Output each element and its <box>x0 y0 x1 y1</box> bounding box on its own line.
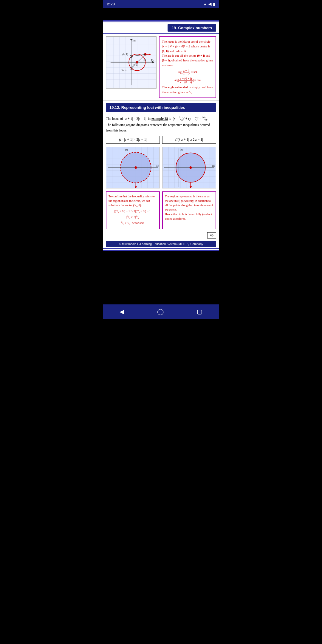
top-spacer <box>103 8 219 20</box>
info-box2-text2: Hence the circle is drawn fully (and not… <box>165 213 212 220</box>
status-icons: ▲ ◀ ▮ <box>203 2 215 6</box>
locus-text-block: The locus of |z + 1| = 2|z − 1| in examp… <box>103 114 219 134</box>
locus-info-box: The locus is the Major arc of the circle… <box>159 36 216 98</box>
ineq1-label: (i) |z + 1| > 2|z − 1| <box>106 136 160 144</box>
section-header: 19.12. Representing loci with inequaliti… <box>106 103 216 112</box>
diagram-1: Re Im <box>106 147 160 188</box>
back-button[interactable]: ◀ <box>120 308 124 315</box>
svg-text:Re: Re <box>212 164 215 167</box>
svg-text:(0,−1): (0,−1) <box>121 68 127 71</box>
info-box1-text: To confirm that the inequality refers to… <box>109 195 155 207</box>
status-bar: 2:23 ▲ ◀ ▮ <box>103 0 219 8</box>
diagrams-row: Re Im <box>103 145 219 190</box>
locus-text2: The arc is cut off the points (0 + i) an… <box>162 54 213 67</box>
info-box-2: The region represented is the same as th… <box>162 191 216 229</box>
svg-text:Re: Re <box>156 164 159 167</box>
info-box1-line1: |(5/3 + 0i) + 1| > 2|(5/3 + 0i) − 1| <box>109 209 157 214</box>
nav-bar: 19. Complex numbers <box>103 22 219 34</box>
recents-button[interactable]: ▢ <box>197 308 202 315</box>
svg-text:Im: Im <box>180 148 183 151</box>
info-box1-line3: 8/3 > 4/3 hence true <box>109 221 157 226</box>
info-box-1: To confirm that the inequality refers to… <box>106 191 160 229</box>
inequalities-row: (i) |z + 1| > 2|z − 1| (ii) |z + 1| ≥ 2|… <box>103 134 219 145</box>
copyright-bar: © Multimedia E-Learning Education System… <box>106 241 216 247</box>
signal-icon: ◀ <box>208 2 211 6</box>
time: 2:23 <box>107 2 115 6</box>
svg-text:Re: Re <box>151 59 154 62</box>
arg-eq1: arg[z + iz − i] = π/4 <box>162 69 213 76</box>
locus-line1: The locus of |z + 1| = 2|z − 1| in examp… <box>106 117 208 120</box>
info-box2-text1: The region represented is the same as th… <box>165 195 213 211</box>
locus-line2: The following argand diagrams represent … <box>106 123 210 132</box>
svg-point-52 <box>134 166 137 169</box>
circle-diagram: Re Im (0, 1) (0,−1) (1, 0) <box>106 36 157 89</box>
locus-text3: The angle subtended is simply read from … <box>162 85 213 95</box>
svg-text:(0, 1): (0, 1) <box>122 53 128 56</box>
chapter-label: 19. Complex numbers <box>168 24 216 32</box>
ineq2-label: (ii) |z + 1| ≥ 2|z − 1| <box>162 136 216 144</box>
battery-icon: ▮ <box>213 2 215 6</box>
home-button[interactable]: ◯ <box>157 308 164 315</box>
locus-text1: The locus is the Major arc of the circle… <box>162 40 210 53</box>
info-boxes-row: To confirm that the inequality refers to… <box>103 190 219 231</box>
svg-point-75 <box>189 166 192 169</box>
svg-text:π/4: π/4 <box>143 59 146 61</box>
bottom-spacer <box>103 251 219 304</box>
svg-text:(1, 0): (1, 0) <box>133 64 138 67</box>
svg-text:Im: Im <box>125 148 128 151</box>
content-area: 19. Complex numbers <box>103 20 219 251</box>
diagram-section: Re Im (0, 1) (0,−1) (1, 0) <box>103 34 219 101</box>
svg-text:Im: Im <box>132 39 136 42</box>
page-number: 45 <box>207 232 216 239</box>
sim-icon: ▲ <box>203 2 207 6</box>
arg-eq2: arg[z + (0 + i)z + (0 − i)] = π/4 <box>162 77 213 84</box>
nav-bottom[interactable]: ◀ ◯ ▢ <box>103 304 219 319</box>
info-box1-line2: |8/3| > 2|2/3| <box>109 215 157 220</box>
diagram-2: Re Im <box>162 147 216 188</box>
page-footer: 45 <box>103 231 219 240</box>
